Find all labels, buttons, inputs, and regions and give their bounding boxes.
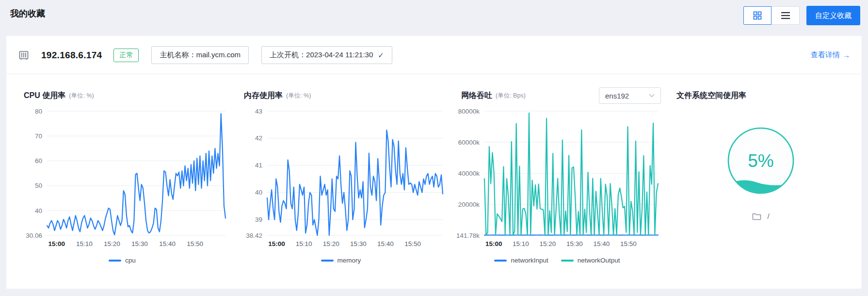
memory-chart[interactable]: 434241403938.4215:0015:1015:2015:3015:40… xyxy=(232,106,450,252)
x-axis-tick: 15:10 xyxy=(76,240,93,247)
filesystem-gauge[interactable]: 5% / xyxy=(665,121,857,220)
cpu-chart-title: CPU 使用率 xyxy=(24,91,65,101)
legend-swatch xyxy=(321,260,334,262)
mount-point-row: / xyxy=(752,212,769,220)
series-cpu xyxy=(47,114,225,235)
series-networkOutput xyxy=(484,113,658,235)
y-axis-tick: 70 xyxy=(35,132,42,140)
x-axis-tick: 15:50 xyxy=(620,240,637,247)
x-axis-tick: 15:00 xyxy=(48,240,65,247)
x-axis-tick: 15:00 xyxy=(268,240,285,247)
last-boot-label: 上次开机：2023-04-24 11:21:30 xyxy=(270,50,373,60)
legend-swatch xyxy=(109,260,121,262)
network-chart-unit: (单位: Bps) xyxy=(496,92,526,100)
legend-item-networkInput[interactable]: networkInput xyxy=(494,257,548,264)
folder-icon xyxy=(752,213,761,220)
legend-label: networkInput xyxy=(511,257,548,264)
x-axis-tick: 15:00 xyxy=(485,240,502,247)
legend-label: memory xyxy=(338,257,361,264)
x-axis-tick: 15:20 xyxy=(104,240,120,247)
y-axis-tick: 80000k xyxy=(458,108,480,115)
list-icon xyxy=(781,12,790,19)
y-axis-tick: 43 xyxy=(255,108,262,115)
x-axis-tick: 15:20 xyxy=(539,240,556,247)
y-axis-tick: 39 xyxy=(255,216,262,223)
cpu-legend: cpu xyxy=(12,257,232,264)
legend-label: cpu xyxy=(125,257,136,264)
chevron-down-icon xyxy=(649,94,655,98)
x-axis-tick: 15:30 xyxy=(566,240,583,247)
y-axis-tick: 38.42 xyxy=(246,232,262,239)
interface-select[interactable]: ens192 xyxy=(599,87,661,104)
last-boot-box: 上次开机：2023-04-24 11:21:30 ✓ xyxy=(261,46,392,64)
x-axis-tick: 15:10 xyxy=(296,240,312,247)
y-axis-tick: 42 xyxy=(255,134,262,142)
arrow-right-icon: → xyxy=(843,51,850,59)
x-axis-tick: 15:20 xyxy=(323,240,339,247)
memory-chart-unit: (单位: %) xyxy=(286,92,311,100)
customize-favorites-button[interactable]: 自定义收藏 xyxy=(806,6,860,25)
y-axis-tick: 30.06 xyxy=(26,232,42,239)
legend-label: networkOutput xyxy=(578,257,620,264)
grid-view-button[interactable] xyxy=(743,6,772,25)
status-badge: 正常 xyxy=(113,49,139,62)
legend-item-networkOutput[interactable]: networkOutput xyxy=(561,257,620,264)
x-axis-tick: 15:10 xyxy=(513,240,529,247)
hostname-box: 主机名称：mail.ycm.com xyxy=(151,46,249,64)
y-axis-tick: 141.78k xyxy=(456,232,480,239)
list-view-button[interactable] xyxy=(772,6,800,25)
page-title: 我的收藏 xyxy=(10,6,45,19)
gauge-value: 5% xyxy=(748,151,773,171)
y-axis-tick: 40 xyxy=(35,207,42,214)
host-card: 192.168.6.174 正常 主机名称：mail.ycm.com 上次开机：… xyxy=(6,36,862,289)
server-icon xyxy=(18,49,31,62)
network-chart[interactable]: 80000k60000k40000k20000k141.78k15:0015:1… xyxy=(450,106,665,252)
memory-panel: 内存使用率 (单位: %) 434241403938.4215:0015:101… xyxy=(232,87,450,264)
cpu-chart[interactable]: 807060504030.0615:0015:1015:2015:3015:40… xyxy=(12,106,232,252)
x-axis-tick: 15:40 xyxy=(377,240,394,247)
x-axis-tick: 15:50 xyxy=(187,240,203,247)
network-legend: networkInputnetworkOutput xyxy=(450,257,665,264)
memory-legend: memory xyxy=(232,257,450,264)
y-axis-tick: 20000k xyxy=(458,201,480,208)
y-axis-tick: 41 xyxy=(255,162,262,169)
check-icon: ✓ xyxy=(378,51,384,60)
network-panel: 网络吞吐 (单位: Bps) ens192 80000k60000k40000k… xyxy=(450,87,665,264)
y-axis-tick: 40 xyxy=(255,189,262,196)
y-axis-tick: 50 xyxy=(35,182,42,189)
cpu-panel: CPU 使用率 (单位: %) 807060504030.0615:0015:1… xyxy=(12,87,232,264)
host-info-row: 192.168.6.174 正常 主机名称：mail.ycm.com 上次开机：… xyxy=(6,36,862,74)
mount-point-label: / xyxy=(767,212,769,220)
cpu-chart-unit: (单位: %) xyxy=(69,92,94,100)
x-axis-tick: 15:40 xyxy=(159,240,176,247)
legend-item-cpu[interactable]: cpu xyxy=(109,257,136,264)
legend-swatch xyxy=(561,260,574,262)
y-axis-tick: 60 xyxy=(35,157,42,164)
view-details-link[interactable]: 查看详情 → xyxy=(811,50,850,60)
x-axis-tick: 15:30 xyxy=(350,240,367,247)
x-axis-tick: 15:30 xyxy=(131,240,148,247)
top-bar: 我的收藏 自定义收藏 xyxy=(0,0,868,30)
y-axis-tick: 80 xyxy=(35,108,42,115)
y-axis-tick: 40000k xyxy=(458,170,480,177)
legend-item-memory[interactable]: memory xyxy=(321,257,361,264)
host-ip: 192.168.6.174 xyxy=(41,50,102,61)
charts-row: CPU 使用率 (单位: %) 807060504030.0615:0015:1… xyxy=(6,74,862,264)
network-chart-title: 网络吞吐 xyxy=(461,91,492,101)
filesystem-panel: 文件系统空间使用率 5% xyxy=(665,87,857,264)
x-axis-tick: 15:50 xyxy=(404,240,421,247)
y-axis-tick: 60000k xyxy=(458,139,480,146)
x-axis-tick: 15:40 xyxy=(593,240,610,247)
view-toggle xyxy=(743,6,800,25)
filesystem-title: 文件系统空间使用率 xyxy=(676,91,746,101)
interface-select-value: ens192 xyxy=(605,92,629,100)
memory-chart-title: 内存使用率 xyxy=(244,91,283,101)
legend-swatch xyxy=(494,260,507,262)
grid-icon xyxy=(753,11,762,20)
